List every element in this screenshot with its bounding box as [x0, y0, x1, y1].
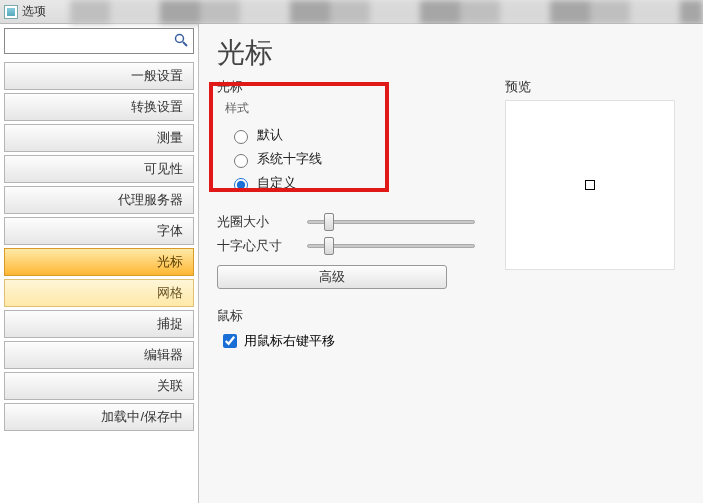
sidebar-item-label: 网格 — [157, 284, 183, 302]
preview-cursor-marker — [585, 180, 595, 190]
search-button[interactable] — [172, 32, 190, 50]
window-title: 选项 — [22, 3, 46, 20]
sidebar-item-visibility[interactable]: 可见性 — [4, 155, 194, 183]
sidebar-item-editor[interactable]: 编辑器 — [4, 341, 194, 369]
sidebar-item-snap[interactable]: 捕捉 — [4, 310, 194, 338]
radio-custom-label: 自定义 — [257, 174, 296, 192]
aperture-row: 光圈大小 — [217, 213, 477, 231]
sidebar-item-conversion[interactable]: 转换设置 — [4, 93, 194, 121]
sidebar-item-label: 加载中/保存中 — [101, 408, 183, 426]
mouse-legend: 鼠标 — [217, 307, 685, 325]
page-title: 光标 — [217, 34, 685, 72]
radio-system-crosshair-label: 系统十字线 — [257, 150, 322, 168]
sidebar-item-label: 关联 — [157, 377, 183, 395]
crosshair-row: 十字心尺寸 — [217, 237, 477, 255]
sidebar-item-measure[interactable]: 测量 — [4, 124, 194, 152]
sidebar-item-label: 字体 — [157, 222, 183, 240]
svg-line-1 — [183, 42, 187, 46]
sidebar-nav: 一般设置 转换设置 测量 可见性 代理服务器 字体 光标 网格 捕捉 编辑器 关… — [4, 62, 194, 431]
titlebar-blur-bg — [70, 0, 703, 24]
radio-system-crosshair-input[interactable] — [234, 154, 248, 168]
cursor-group-legend: 光标 — [217, 78, 477, 96]
sidebar-item-label: 捕捉 — [157, 315, 183, 333]
sidebar-item-label: 转换设置 — [131, 98, 183, 116]
sidebar-item-grid[interactable]: 网格 — [4, 279, 194, 307]
sidebar-item-proxy[interactable]: 代理服务器 — [4, 186, 194, 214]
sidebar-item-font[interactable]: 字体 — [4, 217, 194, 245]
advanced-button[interactable]: 高级 — [217, 265, 447, 289]
radio-system-crosshair[interactable]: 系统十字线 — [219, 147, 475, 171]
sidebar-item-label: 可见性 — [144, 160, 183, 178]
sidebar-item-label: 代理服务器 — [118, 191, 183, 209]
cursor-panel: 光标 样式 默认 系统十字线 — [217, 78, 477, 293]
title-bar: 选项 — [0, 0, 703, 24]
aperture-slider[interactable] — [307, 220, 475, 224]
style-legend: 样式 — [225, 100, 477, 117]
aperture-label: 光圈大小 — [217, 213, 297, 231]
content-pane: 光标 光标 样式 默认 系统十字线 — [199, 24, 703, 503]
radio-default[interactable]: 默认 — [219, 123, 475, 147]
crosshair-slider[interactable] — [307, 244, 475, 248]
sidebar: 一般设置 转换设置 测量 可见性 代理服务器 字体 光标 网格 捕捉 编辑器 关… — [0, 24, 199, 503]
radio-default-label: 默认 — [257, 126, 283, 144]
pan-with-right-click-label: 用鼠标右键平移 — [244, 332, 335, 350]
radio-custom-input[interactable] — [234, 178, 248, 192]
preview-panel: 预览 — [505, 78, 685, 270]
svg-point-0 — [176, 35, 184, 43]
preview-legend: 预览 — [505, 78, 685, 96]
crosshair-label: 十字心尺寸 — [217, 237, 297, 255]
sidebar-item-label: 一般设置 — [131, 67, 183, 85]
mouse-group: 鼠标 用鼠标右键平移 — [217, 307, 685, 355]
advanced-button-label: 高级 — [319, 269, 345, 284]
search-icon — [173, 32, 189, 48]
sidebar-item-load-save[interactable]: 加载中/保存中 — [4, 403, 194, 431]
sidebar-item-label: 光标 — [157, 253, 183, 271]
sidebar-item-label: 编辑器 — [144, 346, 183, 364]
pan-with-right-click-row[interactable]: 用鼠标右键平移 — [217, 327, 685, 355]
search-input[interactable] — [4, 28, 194, 54]
pan-with-right-click-checkbox[interactable] — [223, 334, 237, 348]
sidebar-item-association[interactable]: 关联 — [4, 372, 194, 400]
radio-custom[interactable]: 自定义 — [219, 171, 475, 195]
radio-default-input[interactable] — [234, 130, 248, 144]
sidebar-item-label: 测量 — [157, 129, 183, 147]
preview-canvas — [505, 100, 675, 270]
options-app-icon — [4, 5, 18, 19]
sidebar-item-general[interactable]: 一般设置 — [4, 62, 194, 90]
sidebar-item-cursor[interactable]: 光标 — [4, 248, 194, 276]
